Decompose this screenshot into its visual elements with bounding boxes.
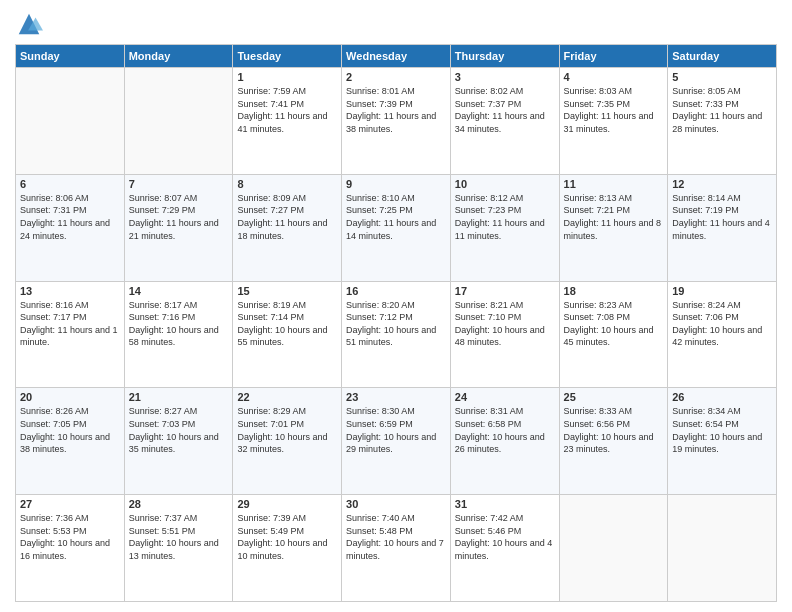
day-info: Sunrise: 8:06 AM Sunset: 7:31 PM Dayligh… (20, 192, 120, 242)
week-row-0: 1Sunrise: 7:59 AM Sunset: 7:41 PM Daylig… (16, 68, 777, 175)
day-number: 28 (129, 498, 229, 510)
day-info: Sunrise: 8:23 AM Sunset: 7:08 PM Dayligh… (564, 299, 664, 349)
calendar-cell: 14Sunrise: 8:17 AM Sunset: 7:16 PM Dayli… (124, 281, 233, 388)
day-number: 13 (20, 285, 120, 297)
day-info: Sunrise: 7:59 AM Sunset: 7:41 PM Dayligh… (237, 85, 337, 135)
day-number: 21 (129, 391, 229, 403)
calendar-cell: 28Sunrise: 7:37 AM Sunset: 5:51 PM Dayli… (124, 495, 233, 602)
calendar-cell: 23Sunrise: 8:30 AM Sunset: 6:59 PM Dayli… (342, 388, 451, 495)
weekday-friday: Friday (559, 45, 668, 68)
day-info: Sunrise: 8:07 AM Sunset: 7:29 PM Dayligh… (129, 192, 229, 242)
day-info: Sunrise: 8:02 AM Sunset: 7:37 PM Dayligh… (455, 85, 555, 135)
day-number: 25 (564, 391, 664, 403)
calendar-cell: 6Sunrise: 8:06 AM Sunset: 7:31 PM Daylig… (16, 174, 125, 281)
day-number: 4 (564, 71, 664, 83)
day-number: 16 (346, 285, 446, 297)
calendar-cell: 2Sunrise: 8:01 AM Sunset: 7:39 PM Daylig… (342, 68, 451, 175)
weekday-wednesday: Wednesday (342, 45, 451, 68)
day-number: 14 (129, 285, 229, 297)
day-number: 17 (455, 285, 555, 297)
week-row-1: 6Sunrise: 8:06 AM Sunset: 7:31 PM Daylig… (16, 174, 777, 281)
week-row-2: 13Sunrise: 8:16 AM Sunset: 7:17 PM Dayli… (16, 281, 777, 388)
calendar-cell: 15Sunrise: 8:19 AM Sunset: 7:14 PM Dayli… (233, 281, 342, 388)
day-info: Sunrise: 8:31 AM Sunset: 6:58 PM Dayligh… (455, 405, 555, 455)
day-number: 22 (237, 391, 337, 403)
day-info: Sunrise: 8:05 AM Sunset: 7:33 PM Dayligh… (672, 85, 772, 135)
logo-icon (15, 10, 43, 38)
day-info: Sunrise: 8:17 AM Sunset: 7:16 PM Dayligh… (129, 299, 229, 349)
day-info: Sunrise: 8:19 AM Sunset: 7:14 PM Dayligh… (237, 299, 337, 349)
day-number: 18 (564, 285, 664, 297)
day-info: Sunrise: 7:36 AM Sunset: 5:53 PM Dayligh… (20, 512, 120, 562)
day-info: Sunrise: 7:42 AM Sunset: 5:46 PM Dayligh… (455, 512, 555, 562)
calendar-cell: 26Sunrise: 8:34 AM Sunset: 6:54 PM Dayli… (668, 388, 777, 495)
day-number: 3 (455, 71, 555, 83)
day-number: 24 (455, 391, 555, 403)
calendar-cell (124, 68, 233, 175)
day-info: Sunrise: 8:30 AM Sunset: 6:59 PM Dayligh… (346, 405, 446, 455)
day-number: 6 (20, 178, 120, 190)
calendar-cell: 12Sunrise: 8:14 AM Sunset: 7:19 PM Dayli… (668, 174, 777, 281)
calendar-cell: 7Sunrise: 8:07 AM Sunset: 7:29 PM Daylig… (124, 174, 233, 281)
day-info: Sunrise: 8:01 AM Sunset: 7:39 PM Dayligh… (346, 85, 446, 135)
weekday-header-row: SundayMondayTuesdayWednesdayThursdayFrid… (16, 45, 777, 68)
day-number: 23 (346, 391, 446, 403)
calendar-cell: 27Sunrise: 7:36 AM Sunset: 5:53 PM Dayli… (16, 495, 125, 602)
calendar-cell: 11Sunrise: 8:13 AM Sunset: 7:21 PM Dayli… (559, 174, 668, 281)
calendar-cell (668, 495, 777, 602)
day-number: 10 (455, 178, 555, 190)
day-info: Sunrise: 8:20 AM Sunset: 7:12 PM Dayligh… (346, 299, 446, 349)
day-info: Sunrise: 8:21 AM Sunset: 7:10 PM Dayligh… (455, 299, 555, 349)
calendar-cell: 8Sunrise: 8:09 AM Sunset: 7:27 PM Daylig… (233, 174, 342, 281)
day-number: 30 (346, 498, 446, 510)
weekday-sunday: Sunday (16, 45, 125, 68)
calendar-cell (16, 68, 125, 175)
day-info: Sunrise: 7:40 AM Sunset: 5:48 PM Dayligh… (346, 512, 446, 562)
day-info: Sunrise: 8:10 AM Sunset: 7:25 PM Dayligh… (346, 192, 446, 242)
logo (15, 10, 47, 38)
calendar-cell: 16Sunrise: 8:20 AM Sunset: 7:12 PM Dayli… (342, 281, 451, 388)
day-number: 26 (672, 391, 772, 403)
day-info: Sunrise: 8:34 AM Sunset: 6:54 PM Dayligh… (672, 405, 772, 455)
calendar-cell (559, 495, 668, 602)
calendar-cell: 4Sunrise: 8:03 AM Sunset: 7:35 PM Daylig… (559, 68, 668, 175)
weekday-thursday: Thursday (450, 45, 559, 68)
day-number: 2 (346, 71, 446, 83)
day-info: Sunrise: 8:24 AM Sunset: 7:06 PM Dayligh… (672, 299, 772, 349)
calendar-cell: 24Sunrise: 8:31 AM Sunset: 6:58 PM Dayli… (450, 388, 559, 495)
day-number: 20 (20, 391, 120, 403)
day-info: Sunrise: 8:03 AM Sunset: 7:35 PM Dayligh… (564, 85, 664, 135)
calendar-cell: 13Sunrise: 8:16 AM Sunset: 7:17 PM Dayli… (16, 281, 125, 388)
day-info: Sunrise: 8:16 AM Sunset: 7:17 PM Dayligh… (20, 299, 120, 349)
calendar-cell: 17Sunrise: 8:21 AM Sunset: 7:10 PM Dayli… (450, 281, 559, 388)
day-info: Sunrise: 8:29 AM Sunset: 7:01 PM Dayligh… (237, 405, 337, 455)
day-info: Sunrise: 7:37 AM Sunset: 5:51 PM Dayligh… (129, 512, 229, 562)
day-info: Sunrise: 7:39 AM Sunset: 5:49 PM Dayligh… (237, 512, 337, 562)
calendar-cell: 9Sunrise: 8:10 AM Sunset: 7:25 PM Daylig… (342, 174, 451, 281)
calendar-cell: 21Sunrise: 8:27 AM Sunset: 7:03 PM Dayli… (124, 388, 233, 495)
day-number: 8 (237, 178, 337, 190)
calendar-cell: 1Sunrise: 7:59 AM Sunset: 7:41 PM Daylig… (233, 68, 342, 175)
calendar-cell: 31Sunrise: 7:42 AM Sunset: 5:46 PM Dayli… (450, 495, 559, 602)
calendar-cell: 29Sunrise: 7:39 AM Sunset: 5:49 PM Dayli… (233, 495, 342, 602)
day-number: 12 (672, 178, 772, 190)
day-info: Sunrise: 8:12 AM Sunset: 7:23 PM Dayligh… (455, 192, 555, 242)
calendar-cell: 30Sunrise: 7:40 AM Sunset: 5:48 PM Dayli… (342, 495, 451, 602)
day-info: Sunrise: 8:33 AM Sunset: 6:56 PM Dayligh… (564, 405, 664, 455)
page: SundayMondayTuesdayWednesdayThursdayFrid… (0, 0, 792, 612)
day-info: Sunrise: 8:14 AM Sunset: 7:19 PM Dayligh… (672, 192, 772, 242)
calendar-cell: 3Sunrise: 8:02 AM Sunset: 7:37 PM Daylig… (450, 68, 559, 175)
day-number: 29 (237, 498, 337, 510)
day-info: Sunrise: 8:09 AM Sunset: 7:27 PM Dayligh… (237, 192, 337, 242)
calendar-cell: 18Sunrise: 8:23 AM Sunset: 7:08 PM Dayli… (559, 281, 668, 388)
calendar-cell: 22Sunrise: 8:29 AM Sunset: 7:01 PM Dayli… (233, 388, 342, 495)
calendar-cell: 10Sunrise: 8:12 AM Sunset: 7:23 PM Dayli… (450, 174, 559, 281)
weekday-saturday: Saturday (668, 45, 777, 68)
day-number: 1 (237, 71, 337, 83)
calendar-cell: 20Sunrise: 8:26 AM Sunset: 7:05 PM Dayli… (16, 388, 125, 495)
day-info: Sunrise: 8:27 AM Sunset: 7:03 PM Dayligh… (129, 405, 229, 455)
week-row-4: 27Sunrise: 7:36 AM Sunset: 5:53 PM Dayli… (16, 495, 777, 602)
week-row-3: 20Sunrise: 8:26 AM Sunset: 7:05 PM Dayli… (16, 388, 777, 495)
day-number: 31 (455, 498, 555, 510)
calendar-table: SundayMondayTuesdayWednesdayThursdayFrid… (15, 44, 777, 602)
